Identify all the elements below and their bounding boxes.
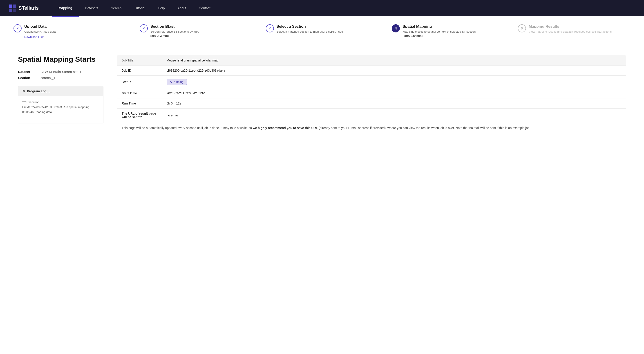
step-upload: ✓ Upload Data Upload scRNA-seq data Down… <box>14 24 126 39</box>
connector-3 <box>378 29 392 29</box>
nav-item-datasets[interactable]: Datasets <box>79 0 104 16</box>
left-panel: Spatial Mapping Starts Dataset STW-M-Bra… <box>18 55 104 123</box>
run-time-label: Run Time <box>117 98 162 109</box>
program-log-body: *** Execution Fri Mar 24 09:05:42 UTC 20… <box>18 96 103 123</box>
nav-item-help[interactable]: Help <box>152 0 171 16</box>
step-icon-mapping-results: 5 <box>518 24 526 33</box>
program-log-title: Program Log ... <box>27 89 50 93</box>
job-id-value: cf699200-ca20-11ed-a222-ed3c308ada4a <box>162 66 626 76</box>
nav-item-tutorial[interactable]: Tutorial <box>128 0 151 16</box>
start-time-row: Start Time 2023-03-24T09:05:42.023Z <box>117 88 626 98</box>
step-icon-select-section: ✓ <box>266 24 274 33</box>
step-content-select-section: Select a Section Select a matched sectio… <box>276 24 378 34</box>
step-content-section-blast: Section Blast Screen reference ST sectio… <box>150 24 252 38</box>
step-desc-section-blast: Screen reference ST sections by MIA (abo… <box>150 30 252 38</box>
step-desc-spatial-mapping: Map single cells to spatial context of s… <box>402 30 504 38</box>
job-title-row: Job Title: Mouse fetal brain spatial cel… <box>117 55 626 66</box>
step-select-section: ✓ Select a Section Select a matched sect… <box>266 24 378 34</box>
svg-rect-2 <box>9 9 12 12</box>
stepper-section: ✓ Upload Data Upload scRNA-seq data Down… <box>0 16 644 44</box>
spin-icon: ↻ <box>170 80 172 84</box>
step-desc-select-section: Select a matched section to map user's s… <box>276 30 378 34</box>
download-files-link[interactable]: Download Files <box>24 35 44 39</box>
step-icon-upload: ✓ <box>14 24 22 33</box>
step-icon-spatial-mapping: 4 <box>392 24 400 33</box>
nav-item-mapping[interactable]: Mapping <box>52 0 79 17</box>
job-id-label: Job ID <box>117 66 162 76</box>
main-content: Spatial Mapping Starts Dataset STW-M-Bra… <box>0 44 644 145</box>
job-id-row: Job ID cf699200-ca20-11ed-a222-ed3c308ad… <box>117 66 626 76</box>
step-title-upload: Upload Data <box>24 24 126 29</box>
job-title-label: Job Title: <box>117 55 162 66</box>
svg-rect-1 <box>13 5 16 8</box>
meta-row-dataset: Dataset STW-M-Brain-Stereo-seq-1 <box>18 70 104 74</box>
section-value: coronal_1 <box>40 76 55 80</box>
notice-text: This page will be automatically updated … <box>117 122 626 134</box>
section-label: Section <box>18 76 36 80</box>
stepper: ✓ Upload Data Upload scRNA-seq data Down… <box>14 24 630 39</box>
step-section-blast: ✓ Section Blast Screen reference ST sect… <box>140 24 252 38</box>
step-mapping-results: 5 Mapping Results View mapping results a… <box>518 24 630 34</box>
connector-4 <box>504 29 518 29</box>
log-line-3: 09:05:46 Reading data <box>22 110 99 115</box>
step-desc-upload: Upload scRNA-seq data <box>24 30 126 34</box>
navbar: STellaris Mapping Datasets Search Tutori… <box>0 0 644 16</box>
dataset-label: Dataset <box>18 70 36 74</box>
nav-item-contact[interactable]: Contact <box>192 0 217 16</box>
step-title-section-blast: Section Blast <box>150 24 252 29</box>
meta-table: Dataset STW-M-Brain-Stereo-seq-1 Section… <box>18 70 104 80</box>
program-log-header: ↻ Program Log ... <box>18 86 103 96</box>
run-time-row: Run Time 0h 0m 12s <box>117 98 626 109</box>
nav-item-search[interactable]: Search <box>104 0 128 16</box>
program-log-box: ↻ Program Log ... *** Execution Fri Mar … <box>18 86 104 123</box>
dataset-value: STW-M-Brain-Stereo-seq-1 <box>40 70 82 74</box>
svg-rect-0 <box>9 5 12 8</box>
log-line-2: Fri Mar 24 09:05:42 UTC 2023 Run spatial… <box>22 105 99 110</box>
notice-row: This page will be automatically updated … <box>117 122 626 134</box>
step-content-spatial-mapping: Spatial Mapping Map single cells to spat… <box>402 24 504 38</box>
step-icon-section-blast: ✓ <box>140 24 148 33</box>
logo[interactable]: STellaris <box>9 5 39 12</box>
email-label: The URL of result page will be sent to <box>117 109 162 122</box>
step-title-spatial-mapping: Spatial Mapping <box>402 24 504 29</box>
meta-row-section: Section coronal_1 <box>18 76 104 80</box>
run-time-value: 0h 0m 12s <box>162 98 626 109</box>
running-badge: ↻ running <box>166 79 187 85</box>
step-spatial-mapping: 4 Spatial Mapping Map single cells to sp… <box>392 24 504 38</box>
refresh-icon: ↻ <box>22 89 25 93</box>
log-line-1: *** Execution <box>22 100 99 105</box>
email-value: no email <box>162 109 626 122</box>
nav-item-about[interactable]: About <box>171 0 192 16</box>
status-row: Status ↻ running <box>117 76 626 88</box>
connector-2 <box>252 29 266 29</box>
status-label: Status <box>117 76 162 88</box>
step-content-mapping-results: Mapping Results View mapping results and… <box>529 24 630 34</box>
start-time-label: Start Time <box>117 88 162 98</box>
step-content-upload: Upload Data Upload scRNA-seq data Downlo… <box>24 24 126 39</box>
right-panel: Job Title: Mouse fetal brain spatial cel… <box>117 55 626 134</box>
status-value: ↻ running <box>162 76 626 88</box>
nav-links: Mapping Datasets Search Tutorial Help Ab… <box>52 0 635 17</box>
step-title-select-section: Select a Section <box>276 24 378 29</box>
start-time-value: 2023-03-24T09:05:42.023Z <box>162 88 626 98</box>
job-info-table: Job Title: Mouse fetal brain spatial cel… <box>117 55 626 134</box>
job-title-value: Mouse fetal brain spatial cellular map <box>162 55 626 66</box>
step-desc-mapping-results: View mapping results and spatially resol… <box>529 30 630 34</box>
step-title-mapping-results: Mapping Results <box>529 24 630 29</box>
running-text: running <box>174 80 184 84</box>
email-row: The URL of result page will be sent to n… <box>117 109 626 122</box>
notice-bold: we highly recommend you to save this URL <box>253 126 318 130</box>
svg-rect-3 <box>13 9 16 12</box>
page-title: Spatial Mapping Starts <box>18 55 104 64</box>
connector-1 <box>126 29 140 29</box>
